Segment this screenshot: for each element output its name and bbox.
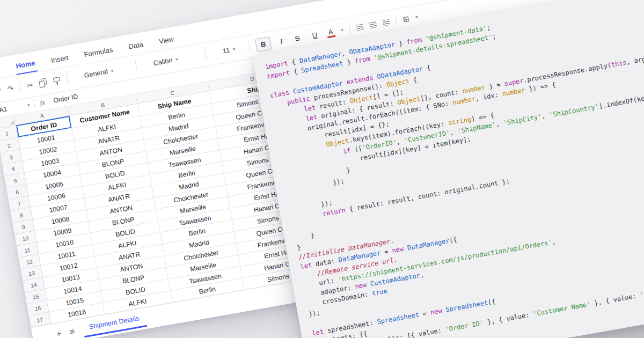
align-center-icon[interactable] [369,21,377,28]
formula-input[interactable]: Order ID [53,93,78,105]
tab-view[interactable]: View [157,31,177,49]
toolbar-separator [135,61,137,72]
toolbar-separator [204,49,207,60]
fx-icon[interactable]: fx [39,98,46,107]
tab-home[interactable]: Home [13,55,38,75]
chevron-down-icon[interactable]: ▾ [340,28,343,33]
tab-insert[interactable]: Insert [49,50,71,69]
tab-data[interactable]: Data [126,36,145,55]
font-size-dropdown[interactable]: 11 ▾ [222,44,244,55]
strikethrough-button[interactable]: S [291,32,304,45]
cut-icon[interactable]: ✂ [26,81,34,90]
underline-button[interactable]: U [308,28,321,41]
undo-icon[interactable]: ↶ [0,87,2,95]
tab-file[interactable]: File [0,62,3,79]
font-name-dropdown[interactable]: Calibri ▾ [153,52,200,68]
toolbar-separator [395,16,397,26]
format-painter-icon[interactable] [53,76,62,85]
bold-button[interactable]: B [255,36,272,52]
stage: File Home Insert Formulas Data View ↶ ↷ … [0,0,644,338]
toolbar-separator [66,74,68,84]
number-format-dropdown[interactable]: General ▾ [84,64,130,80]
redo-icon[interactable]: ↷ [7,85,14,93]
sheet-list-button[interactable]: ≡ [69,327,75,336]
cell-reference: A1 [0,105,8,114]
italic-button[interactable]: I [276,35,287,48]
align-left-icon[interactable] [356,24,364,31]
borders-icon[interactable]: ⊞ [402,15,410,24]
number-format-value: General [84,68,108,80]
chevron-down-icon: ▾ [111,68,114,74]
code-editor-panel: import { DataManager, ODataAdaptor } fro… [252,0,644,338]
align-right-icon[interactable] [383,19,391,26]
toolbar-separator [248,41,251,52]
copy-icon[interactable] [39,78,48,88]
toolbar-separator [19,82,21,93]
chevron-down-icon: ▾ [27,102,31,108]
code-content: import { DataManager, ODataAdaptor } fro… [264,0,644,338]
toolbar-separator [349,24,351,34]
chevron-down-icon: ▾ [175,57,178,62]
chevron-down-icon[interactable]: ▾ [415,14,419,20]
chevron-down-icon: ▾ [232,47,236,52]
add-sheet-button[interactable]: + [55,329,62,338]
font-color-button[interactable]: A [326,27,335,39]
font-size-value: 11 [222,47,230,55]
font-name-value: Calibri [153,57,173,68]
